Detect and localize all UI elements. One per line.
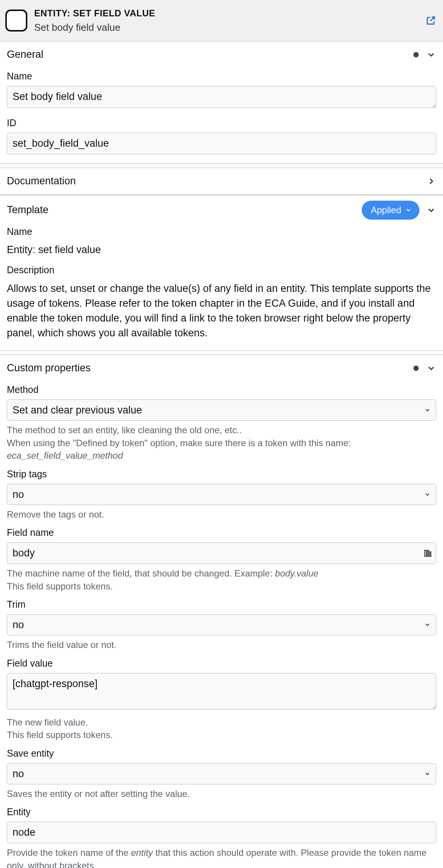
entity-input[interactable] xyxy=(7,822,436,843)
field-strip-tags: Strip tags no Remove the tags or not. xyxy=(7,467,436,521)
chevron-right-icon xyxy=(426,176,436,186)
template-name-label: Name xyxy=(7,225,436,238)
section-template-header[interactable]: Template Applied xyxy=(0,195,443,225)
name-input[interactable]: Set body field value xyxy=(7,86,436,108)
section-general-title: General xyxy=(7,48,413,62)
section-custom-properties-body: Method Set and clear previous value The … xyxy=(0,382,443,868)
section-template-body: Name Entity: set field value Description… xyxy=(0,225,443,350)
panel-header: ENTITY: SET FIELD VALUE Set body field v… xyxy=(0,0,443,41)
chevron-down-icon xyxy=(426,205,436,215)
field-field-name-help: The machine name of the field, that shou… xyxy=(7,567,436,592)
section-custom-properties: Custom properties Method Set and clear p… xyxy=(0,355,443,868)
template-description-label: Description xyxy=(7,263,436,277)
header-kicker: ENTITY: SET FIELD VALUE xyxy=(34,7,426,20)
section-template-title: Template xyxy=(7,203,362,217)
method-select[interactable]: Set and clear previous value xyxy=(7,399,436,421)
open-external-icon[interactable] xyxy=(426,15,436,26)
chevron-down-icon xyxy=(426,363,436,373)
section-custom-properties-title: Custom properties xyxy=(7,361,413,375)
template-description-value: Allows to set, unset or change the value… xyxy=(7,280,436,342)
template-applied-badge[interactable]: Applied xyxy=(362,201,419,220)
section-template: Template Applied Name Entity: set field … xyxy=(0,195,443,351)
section-custom-edited-indicator xyxy=(413,366,419,371)
template-description-field: Description Allows to set, unset or chan… xyxy=(7,263,436,342)
svg-rect-1 xyxy=(427,550,429,556)
field-id: ID xyxy=(7,116,436,154)
field-trim-help: Trims the field value or not. xyxy=(7,638,436,651)
field-save-entity: Save entity no Saves the entity or not a… xyxy=(7,747,436,800)
save-entity-select[interactable]: no xyxy=(7,763,436,784)
svg-rect-2 xyxy=(430,552,431,556)
field-name: Name Set body field value xyxy=(7,70,436,111)
section-custom-properties-header[interactable]: Custom properties xyxy=(0,355,443,382)
field-save-entity-label: Save entity xyxy=(7,747,436,760)
section-general-body: Name Set body field value ID xyxy=(0,68,443,164)
field-name-input[interactable] xyxy=(7,542,436,564)
token-browser-icon[interactable] xyxy=(423,549,432,558)
field-trim: Trim no Trims the field value or not. xyxy=(7,598,436,651)
field-entity-label: Entity xyxy=(7,805,436,819)
chevron-down-icon xyxy=(405,207,412,214)
field-field-value: Field value [chatgpt-response] The new f… xyxy=(7,657,436,741)
field-strip-tags-label: Strip tags xyxy=(7,467,436,481)
field-method: Method Set and clear previous value The … xyxy=(7,383,436,462)
field-method-label: Method xyxy=(7,383,436,396)
section-documentation-header[interactable]: Documentation xyxy=(0,168,443,195)
svg-rect-0 xyxy=(425,550,426,556)
section-documentation-title: Documentation xyxy=(7,174,426,188)
field-strip-tags-help: Remove the tags or not. xyxy=(7,508,436,521)
field-field-name-label: Field name xyxy=(7,526,436,539)
id-input[interactable] xyxy=(7,133,436,154)
field-name-label: Name xyxy=(7,70,436,83)
field-field-value-help: The new field value. This field supports… xyxy=(7,716,436,741)
field-save-entity-help: Saves the entity or not after setting th… xyxy=(7,787,436,800)
field-method-help: The method to set an entity, like cleani… xyxy=(7,424,436,462)
template-applied-badge-label: Applied xyxy=(371,204,401,217)
template-name-value: Entity: set field value xyxy=(7,241,436,258)
strip-tags-select[interactable]: no xyxy=(7,484,436,505)
trim-select[interactable]: no xyxy=(7,614,436,635)
section-documentation: Documentation xyxy=(0,168,443,195)
field-field-name: Field name The machine name of the field… xyxy=(7,526,436,592)
field-entity-help: Provide the token name of the entity tha… xyxy=(7,846,436,868)
field-trim-label: Trim xyxy=(7,598,436,611)
section-general: General Name Set body field value ID xyxy=(0,41,443,164)
section-general-header[interactable]: General xyxy=(0,41,443,68)
field-value-textarea[interactable]: [chatgpt-response] xyxy=(7,673,436,710)
header-texts: ENTITY: SET FIELD VALUE Set body field v… xyxy=(34,7,426,34)
section-general-edited-indicator xyxy=(413,52,419,57)
chevron-down-icon xyxy=(426,50,436,60)
element-type-icon xyxy=(5,10,27,32)
field-entity: Entity Provide the token name of the ent… xyxy=(7,805,436,868)
header-subtitle: Set body field value xyxy=(34,21,426,34)
template-name-field: Name Entity: set field value xyxy=(7,225,436,258)
field-id-label: ID xyxy=(7,116,436,130)
field-field-value-label: Field value xyxy=(7,657,436,670)
